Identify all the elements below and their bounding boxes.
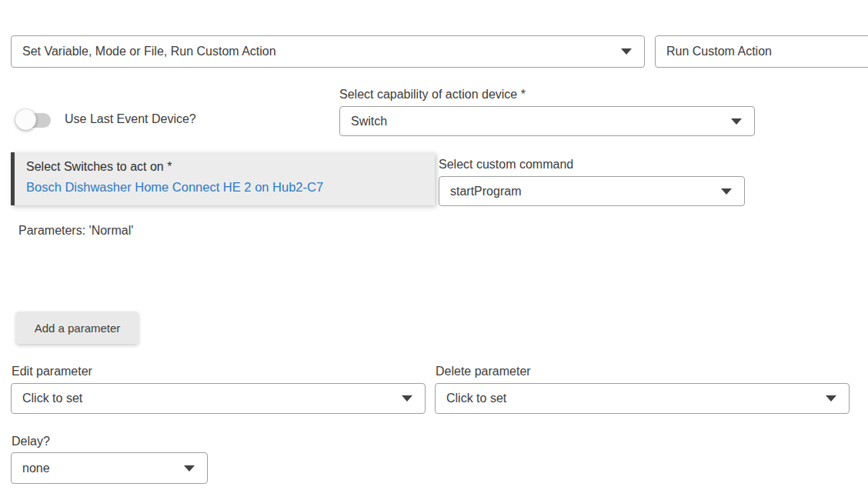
delay-value: none <box>22 462 176 475</box>
chevron-down-icon <box>721 188 732 195</box>
action-category-value: Set Variable, Mode or File, Run Custom A… <box>22 45 613 58</box>
chevron-down-icon <box>826 395 836 402</box>
edit-parameter-select[interactable]: Click to set <box>11 383 426 414</box>
chevron-down-icon <box>184 465 195 472</box>
capability-select[interactable]: Switch <box>339 106 755 136</box>
chevron-down-icon <box>621 48 632 55</box>
custom-command-select[interactable]: startProgram <box>439 176 745 206</box>
use-last-event-device-toggle[interactable] <box>15 109 52 131</box>
use-last-event-device-label: Use Last Event Device? <box>65 112 196 126</box>
parameters-summary: Parameters: 'Normal' <box>18 224 133 238</box>
toggle-knob <box>15 109 36 130</box>
chevron-down-icon <box>402 395 412 402</box>
selected-device-link[interactable]: Bosch Dishwasher Home Connect HE 2 on Hu… <box>26 180 435 195</box>
delay-select[interactable]: none <box>11 452 208 484</box>
capability-label: Select capability of action device * <box>339 88 526 102</box>
edit-parameter-label: Edit parameter <box>12 365 92 378</box>
action-value: Run Custom Action <box>666 45 868 58</box>
custom-command-label: Select custom command <box>439 158 573 172</box>
add-parameter-button[interactable]: Add a parameter <box>16 312 139 344</box>
switch-selection-label: Select Switches to act on * <box>26 160 435 174</box>
edit-parameter-value: Click to set <box>22 392 394 405</box>
action-category-select[interactable]: Set Variable, Mode or File, Run Custom A… <box>11 35 645 68</box>
custom-action-editor: Set Variable, Mode or File, Run Custom A… <box>0 0 868 500</box>
chevron-down-icon <box>731 118 742 125</box>
delete-parameter-select[interactable]: Click to set <box>435 383 850 414</box>
delete-parameter-label: Delete parameter <box>436 365 531 378</box>
delay-label: Delay? <box>12 435 50 448</box>
delete-parameter-value: Click to set <box>446 392 818 405</box>
action-select[interactable]: Run Custom Action <box>655 35 868 68</box>
switch-selection-box: Select Switches to act on * Bosch Dishwa… <box>11 152 435 205</box>
capability-value: Switch <box>351 115 723 128</box>
custom-command-value: startProgram <box>450 185 713 198</box>
